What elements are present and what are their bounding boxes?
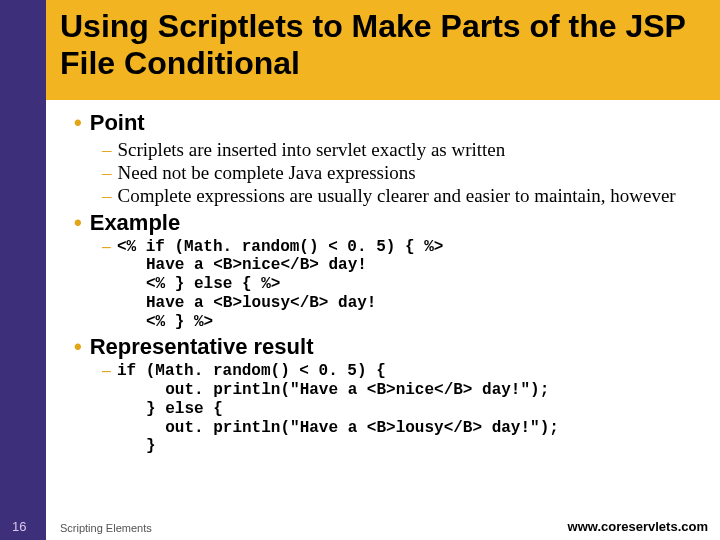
code-text: <% if (Math. random() < 0. 5) { %> <box>117 238 443 257</box>
item-text: Scriplets are inserted into servlet exac… <box>118 138 705 161</box>
dash-icon: – <box>102 184 112 207</box>
code-line: } <box>146 437 704 456</box>
code-text: } <box>146 437 156 455</box>
list-item: –Scriplets are inserted into servlet exa… <box>102 138 704 161</box>
code-text: } else { <box>146 400 223 418</box>
code-line: <% } else { %> <box>146 275 704 294</box>
code-block-example: –<% if (Math. random() < 0. 5) { %> Have… <box>102 238 704 332</box>
heading-text: Example <box>90 210 181 235</box>
title-band: Using Scriptlets to Make Parts of the JS… <box>46 0 720 100</box>
footer: 16 Scripting Elements www.coreservlets.c… <box>0 514 720 534</box>
bullet-dot-icon: • <box>74 210 82 235</box>
code-line: <% } %> <box>146 313 704 332</box>
section-heading-point: •Point <box>74 110 704 136</box>
heading-text: Point <box>90 110 145 135</box>
heading-text: Representative result <box>90 334 314 359</box>
dash-icon: – <box>102 161 112 184</box>
section-heading-result: •Representative result <box>74 334 704 360</box>
bullet-dot-icon: • <box>74 334 82 359</box>
code-line: } else { <box>146 400 704 419</box>
content-area: •Point –Scriplets are inserted into serv… <box>46 106 720 456</box>
page-number: 16 <box>12 519 26 534</box>
code-text: out. println("Have a <B>nice</B> day!"); <box>146 381 549 399</box>
sidebar-accent <box>0 0 46 540</box>
footer-url: www.coreservlets.com <box>568 519 708 534</box>
bullet-dot-icon: • <box>74 110 82 135</box>
dash-icon: – <box>102 138 112 161</box>
dash-icon: – <box>102 362 111 381</box>
section-heading-example: •Example <box>74 210 704 236</box>
code-line: out. println("Have a <B>nice</B> day!"); <box>146 381 704 400</box>
dash-icon: – <box>102 238 111 257</box>
sub-list-point: –Scriplets are inserted into servlet exa… <box>102 138 704 208</box>
code-text: out. println("Have a <B>lousy</B> day!")… <box>146 419 559 437</box>
code-line: –<% if (Math. random() < 0. 5) { %> <box>102 238 704 257</box>
list-item: –Complete expressions are usually cleare… <box>102 184 704 207</box>
code-block-result: –if (Math. random() < 0. 5) { out. print… <box>102 362 704 456</box>
slide-title: Using Scriptlets to Make Parts of the JS… <box>60 8 706 82</box>
code-line: Have a <B>nice</B> day! <box>146 256 704 275</box>
list-item: –Need not be complete Java expressions <box>102 161 704 184</box>
code-line: out. println("Have a <B>lousy</B> day!")… <box>146 419 704 438</box>
footer-topic: Scripting Elements <box>60 522 152 534</box>
code-line: –if (Math. random() < 0. 5) { <box>102 362 704 381</box>
code-line: Have a <B>lousy</B> day! <box>146 294 704 313</box>
item-text: Need not be complete Java expressions <box>118 161 705 184</box>
item-text: Complete expressions are usually clearer… <box>118 184 705 207</box>
code-text: if (Math. random() < 0. 5) { <box>117 362 386 381</box>
